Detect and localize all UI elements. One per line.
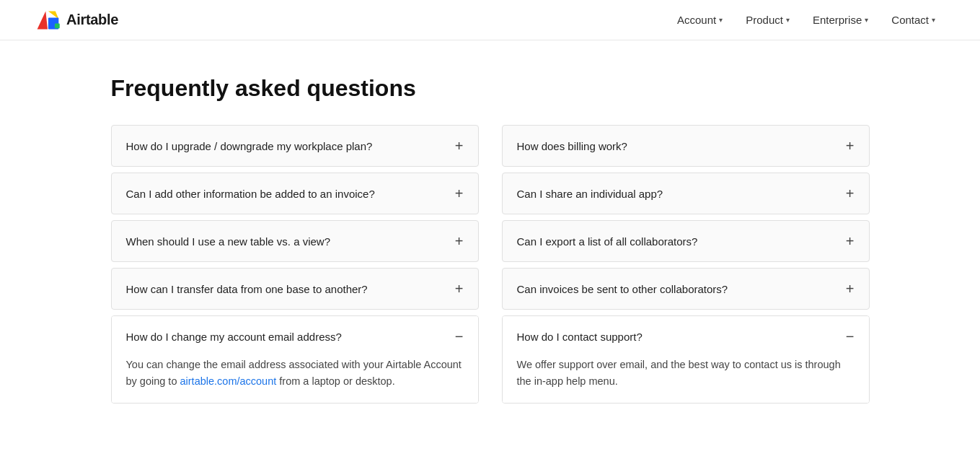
- faq-item-table-vs-view: When should I use a new table vs. a view…: [111, 220, 479, 262]
- page-title: Frequently asked questions: [111, 75, 870, 102]
- nav-contact[interactable]: Contact ▾: [881, 8, 945, 32]
- faq-item-share-app: Can I share an individual app? +: [502, 173, 870, 214]
- faq-expand-icon: +: [846, 139, 855, 153]
- airtable-logo-icon: [35, 7, 61, 33]
- faq-item-invoices-collaborators: Can invoices be sent to other collaborat…: [502, 268, 870, 310]
- faq-question-invoice-info[interactable]: Can I add other information be added to …: [112, 173, 478, 214]
- faq-question-table-vs-view[interactable]: When should I use a new table vs. a view…: [112, 221, 478, 261]
- faq-item-upgrade: How do I upgrade / downgrade my workplac…: [111, 125, 479, 167]
- faq-expand-icon: +: [455, 282, 464, 296]
- main-content: Frequently asked questions How do I upgr…: [94, 40, 887, 449]
- faq-item-contact-support: How do I contact support? − We offer sup…: [502, 315, 870, 404]
- faq-item-transfer-data: How can I transfer data from one base to…: [111, 268, 479, 310]
- nav-account[interactable]: Account ▾: [667, 8, 733, 32]
- faq-question-billing[interactable]: How does billing work? +: [503, 126, 869, 166]
- faq-item-invoice-info: Can I add other information be added to …: [111, 173, 479, 214]
- faq-right-column: How does billing work? + Can I share an …: [502, 125, 870, 409]
- main-nav: Airtable Account ▾ Product ▾ Enterprise …: [0, 0, 980, 40]
- svg-marker-0: [37, 11, 48, 29]
- faq-answer-change-email: You can change the email address associa…: [112, 357, 478, 403]
- faq-expand-icon: +: [846, 282, 855, 296]
- faq-question-contact-support[interactable]: How do I contact support? −: [503, 316, 869, 357]
- faq-expand-icon: +: [455, 186, 464, 201]
- faq-item-export-collaborators: Can I export a list of all collaborators…: [502, 220, 870, 262]
- svg-rect-3: [55, 23, 60, 28]
- nav-enterprise[interactable]: Enterprise ▾: [803, 8, 878, 32]
- faq-grid: How do I upgrade / downgrade my workplac…: [111, 125, 870, 409]
- faq-expand-icon: +: [846, 186, 855, 201]
- faq-collapse-icon: −: [846, 329, 855, 344]
- nav-links: Account ▾ Product ▾ Enterprise ▾ Contact…: [667, 8, 945, 32]
- chevron-down-icon: ▾: [719, 16, 723, 24]
- faq-expand-icon: +: [455, 234, 464, 248]
- faq-left-column: How do I upgrade / downgrade my workplac…: [111, 125, 479, 409]
- faq-question-change-email[interactable]: How do I change my account email address…: [112, 316, 478, 357]
- chevron-down-icon: ▾: [865, 16, 868, 24]
- faq-question-upgrade[interactable]: How do I upgrade / downgrade my workplac…: [112, 126, 478, 166]
- logo-area[interactable]: Airtable: [35, 7, 118, 33]
- faq-expand-icon: +: [846, 234, 855, 248]
- chevron-down-icon: ▾: [932, 16, 935, 24]
- chevron-down-icon: ▾: [786, 16, 790, 24]
- faq-question-share-app[interactable]: Can I share an individual app? +: [503, 173, 869, 214]
- faq-item-change-email: How do I change my account email address…: [111, 315, 479, 404]
- faq-question-invoices-collaborators[interactable]: Can invoices be sent to other collaborat…: [503, 269, 869, 309]
- logo-text: Airtable: [66, 12, 118, 28]
- faq-collapse-icon: −: [455, 329, 464, 344]
- faq-item-billing: How does billing work? +: [502, 125, 870, 167]
- faq-expand-icon: +: [455, 139, 464, 153]
- faq-question-transfer-data[interactable]: How can I transfer data from one base to…: [112, 269, 478, 309]
- airtable-account-link[interactable]: airtable.com/account: [180, 375, 276, 387]
- faq-answer-contact-support: We offer support over email, and the bes…: [503, 357, 869, 403]
- faq-question-export-collaborators[interactable]: Can I export a list of all collaborators…: [503, 221, 869, 261]
- nav-product[interactable]: Product ▾: [736, 8, 800, 32]
